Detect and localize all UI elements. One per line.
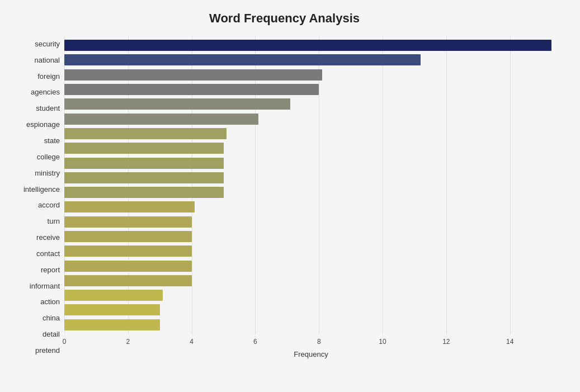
bar-row [64, 304, 558, 316]
bar [64, 290, 163, 301]
y-label: contact [36, 245, 60, 261]
plot-area: 02468101214 Frequency [64, 36, 558, 358]
bar [64, 304, 160, 315]
y-label: turn [48, 214, 60, 229]
bar [64, 275, 192, 286]
bar [64, 143, 224, 154]
bar-row [64, 245, 558, 257]
bar-row [64, 98, 558, 110]
x-tick: 8 [317, 338, 321, 346]
bar-row [64, 83, 558, 96]
y-label: intelligence [23, 181, 60, 197]
bar-row [64, 172, 558, 184]
bar [64, 319, 160, 330]
x-tick: 14 [506, 338, 513, 346]
bar [64, 69, 322, 81]
y-label: detail [43, 327, 60, 342]
bar [64, 84, 319, 95]
y-label: receive [36, 230, 60, 245]
bar [64, 98, 290, 110]
y-label: college [37, 149, 60, 164]
bar-row [64, 289, 558, 301]
bar [64, 114, 258, 125]
y-label: student [36, 101, 60, 116]
bar-row [64, 230, 558, 243]
bar [64, 261, 192, 272]
bar-row [64, 216, 558, 228]
y-label: pretend [35, 342, 60, 358]
bar [64, 201, 195, 212]
bar-row [64, 127, 558, 140]
chart-container: Word Frequency Analysis securitynational… [0, 0, 580, 392]
y-label: national [34, 52, 60, 68]
bar-row [64, 157, 558, 169]
bar-row [64, 54, 558, 66]
bar-row [64, 69, 558, 81]
y-label: state [44, 133, 60, 148]
y-label: foreign [37, 68, 60, 84]
bar [64, 158, 224, 169]
x-tick: 12 [442, 338, 450, 346]
bar [64, 128, 227, 139]
chart-title: Word Frequency Analysis [11, 11, 558, 26]
bar-row [64, 113, 558, 125]
grid-and-bars [64, 36, 558, 334]
x-tick: 6 [253, 338, 257, 346]
y-label: accord [38, 197, 60, 213]
x-tick: 10 [379, 338, 386, 346]
y-label: china [43, 310, 60, 326]
y-label: security [35, 36, 60, 51]
bar [64, 187, 224, 198]
bar-row [64, 142, 558, 154]
bar [64, 40, 551, 51]
bar [64, 172, 224, 183]
x-tick: 2 [126, 338, 130, 346]
y-label: ministry [35, 165, 60, 181]
bar [64, 245, 192, 257]
bar [64, 231, 192, 242]
bar-row [64, 39, 558, 51]
y-label: informant [30, 278, 60, 294]
bar-row [64, 186, 558, 199]
bar [64, 54, 421, 65]
y-label: action [40, 294, 60, 310]
y-axis: securitynationalforeignagenciesstudentes… [11, 36, 64, 358]
y-label: report [41, 262, 60, 277]
bar-row [64, 260, 558, 272]
bar-row [64, 319, 558, 331]
x-tick: 0 [63, 338, 67, 346]
bar-row [64, 201, 558, 213]
y-label: espionage [26, 117, 60, 133]
x-tick: 4 [190, 338, 194, 346]
bar-row [64, 275, 558, 287]
y-label: agencies [31, 84, 60, 100]
bar [64, 216, 192, 228]
x-axis-label: Frequency [64, 350, 558, 358]
